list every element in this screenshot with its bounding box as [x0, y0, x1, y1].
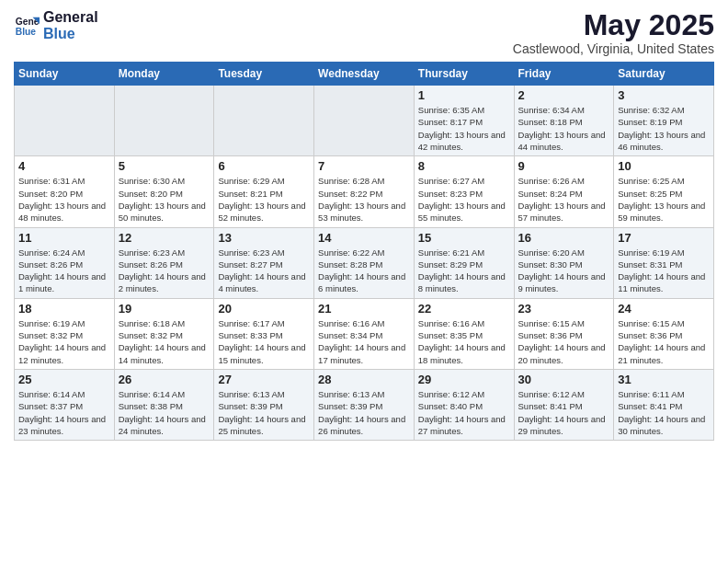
calendar-cell: 14Sunrise: 6:22 AM Sunset: 8:28 PM Dayli…: [314, 227, 415, 298]
day-info: Sunrise: 6:29 AM Sunset: 8:21 PM Dayligh…: [218, 175, 310, 224]
calendar-cell: 21Sunrise: 6:16 AM Sunset: 8:34 PM Dayli…: [314, 298, 415, 369]
day-info: Sunrise: 6:14 AM Sunset: 8:37 PM Dayligh…: [18, 388, 110, 437]
calendar-cell: 31Sunrise: 6:11 AM Sunset: 8:41 PM Dayli…: [614, 369, 714, 440]
day-info: Sunrise: 6:21 AM Sunset: 8:29 PM Dayligh…: [418, 247, 510, 295]
calendar-cell: 3Sunrise: 6:32 AM Sunset: 8:19 PM Daylig…: [614, 86, 714, 156]
day-number: 24: [618, 302, 710, 316]
day-number: 14: [318, 231, 410, 245]
col-header-friday: Friday: [514, 63, 614, 86]
day-info: Sunrise: 6:16 AM Sunset: 8:35 PM Dayligh…: [418, 317, 510, 366]
day-number: 15: [418, 231, 510, 245]
day-number: 5: [119, 159, 210, 173]
day-number: 9: [518, 159, 610, 173]
day-number: 16: [518, 231, 610, 245]
col-header-sunday: Sunday: [15, 63, 115, 86]
logo-blue: Blue: [43, 26, 98, 42]
day-number: 23: [518, 302, 610, 316]
day-info: Sunrise: 6:15 AM Sunset: 8:36 PM Dayligh…: [618, 317, 710, 366]
main-title: May 2025: [513, 9, 714, 41]
calendar-cell: 29Sunrise: 6:12 AM Sunset: 8:40 PM Dayli…: [414, 369, 514, 440]
calendar-cell: 13Sunrise: 6:23 AM Sunset: 8:27 PM Dayli…: [214, 227, 314, 298]
day-info: Sunrise: 6:14 AM Sunset: 8:38 PM Dayligh…: [119, 388, 210, 437]
day-number: 26: [119, 373, 210, 386]
col-header-tuesday: Tuesday: [214, 63, 314, 86]
day-info: Sunrise: 6:25 AM Sunset: 8:25 PM Dayligh…: [618, 175, 710, 224]
logo-general: General: [43, 9, 98, 26]
calendar-cell: 4Sunrise: 6:31 AM Sunset: 8:20 PM Daylig…: [15, 156, 115, 227]
day-info: Sunrise: 6:20 AM Sunset: 8:30 PM Dayligh…: [518, 247, 610, 295]
col-header-monday: Monday: [114, 63, 214, 86]
day-number: 10: [618, 159, 710, 173]
logo: General Blue General Blue: [14, 9, 98, 41]
day-info: Sunrise: 6:22 AM Sunset: 8:28 PM Dayligh…: [318, 247, 410, 295]
day-info: Sunrise: 6:35 AM Sunset: 8:17 PM Dayligh…: [418, 104, 510, 153]
day-number: 20: [218, 302, 310, 316]
calendar-cell: 15Sunrise: 6:21 AM Sunset: 8:29 PM Dayli…: [414, 227, 514, 298]
day-number: 29: [418, 373, 510, 386]
day-number: 22: [418, 302, 510, 316]
calendar-cell: 10Sunrise: 6:25 AM Sunset: 8:25 PM Dayli…: [614, 156, 714, 227]
day-number: 18: [18, 302, 110, 316]
calendar-table: SundayMondayTuesdayWednesdayThursdayFrid…: [14, 62, 714, 441]
sub-title: Castlewood, Virginia, United States: [513, 41, 714, 56]
calendar-cell: 30Sunrise: 6:12 AM Sunset: 8:41 PM Dayli…: [514, 369, 614, 440]
day-info: Sunrise: 6:24 AM Sunset: 8:26 PM Dayligh…: [18, 247, 110, 295]
day-info: Sunrise: 6:19 AM Sunset: 8:32 PM Dayligh…: [18, 317, 110, 366]
day-number: 25: [18, 373, 110, 386]
day-info: Sunrise: 6:15 AM Sunset: 8:36 PM Dayligh…: [518, 317, 610, 366]
calendar-cell: [214, 86, 314, 156]
calendar-cell: [114, 86, 214, 156]
day-info: Sunrise: 6:16 AM Sunset: 8:34 PM Dayligh…: [318, 317, 410, 366]
calendar-cell: [314, 86, 415, 156]
day-number: 17: [618, 231, 710, 245]
day-number: 2: [518, 88, 610, 102]
title-block: May 2025 Castlewood, Virginia, United St…: [513, 9, 714, 56]
day-number: 21: [318, 302, 410, 316]
day-number: 3: [618, 88, 710, 102]
day-number: 8: [418, 159, 510, 173]
day-info: Sunrise: 6:30 AM Sunset: 8:20 PM Dayligh…: [119, 175, 210, 224]
day-info: Sunrise: 6:23 AM Sunset: 8:27 PM Dayligh…: [218, 247, 310, 295]
calendar-cell: 12Sunrise: 6:23 AM Sunset: 8:26 PM Dayli…: [114, 227, 214, 298]
day-number: 28: [318, 373, 410, 386]
calendar-cell: 27Sunrise: 6:13 AM Sunset: 8:39 PM Dayli…: [214, 369, 314, 440]
day-number: 1: [418, 88, 510, 102]
day-number: 30: [518, 373, 610, 386]
day-info: Sunrise: 6:12 AM Sunset: 8:40 PM Dayligh…: [418, 388, 510, 437]
day-info: Sunrise: 6:13 AM Sunset: 8:39 PM Dayligh…: [218, 388, 310, 437]
col-header-thursday: Thursday: [414, 63, 514, 86]
calendar-cell: [15, 86, 115, 156]
day-info: Sunrise: 6:12 AM Sunset: 8:41 PM Dayligh…: [518, 388, 610, 437]
day-info: Sunrise: 6:19 AM Sunset: 8:31 PM Dayligh…: [618, 247, 710, 295]
day-info: Sunrise: 6:23 AM Sunset: 8:26 PM Dayligh…: [119, 247, 210, 295]
day-number: 7: [318, 159, 410, 173]
day-info: Sunrise: 6:34 AM Sunset: 8:18 PM Dayligh…: [518, 104, 610, 153]
calendar-cell: 22Sunrise: 6:16 AM Sunset: 8:35 PM Dayli…: [414, 298, 514, 369]
calendar-cell: 20Sunrise: 6:17 AM Sunset: 8:33 PM Dayli…: [214, 298, 314, 369]
day-info: Sunrise: 6:18 AM Sunset: 8:32 PM Dayligh…: [119, 317, 210, 366]
day-number: 4: [18, 159, 110, 173]
day-info: Sunrise: 6:32 AM Sunset: 8:19 PM Dayligh…: [618, 104, 710, 153]
col-header-saturday: Saturday: [614, 63, 714, 86]
day-info: Sunrise: 6:28 AM Sunset: 8:22 PM Dayligh…: [318, 175, 410, 224]
page: General Blue General Blue May 2025 Castl…: [0, 0, 728, 563]
calendar-cell: 23Sunrise: 6:15 AM Sunset: 8:36 PM Dayli…: [514, 298, 614, 369]
calendar-cell: 9Sunrise: 6:26 AM Sunset: 8:24 PM Daylig…: [514, 156, 614, 227]
day-number: 13: [218, 231, 310, 245]
day-info: Sunrise: 6:11 AM Sunset: 8:41 PM Dayligh…: [618, 388, 710, 437]
calendar-cell: 25Sunrise: 6:14 AM Sunset: 8:37 PM Dayli…: [15, 369, 115, 440]
calendar-cell: 17Sunrise: 6:19 AM Sunset: 8:31 PM Dayli…: [614, 227, 714, 298]
day-info: Sunrise: 6:17 AM Sunset: 8:33 PM Dayligh…: [218, 317, 310, 366]
calendar-cell: 28Sunrise: 6:13 AM Sunset: 8:39 PM Dayli…: [314, 369, 415, 440]
day-number: 19: [119, 302, 210, 316]
calendar-cell: 1Sunrise: 6:35 AM Sunset: 8:17 PM Daylig…: [414, 86, 514, 156]
day-info: Sunrise: 6:26 AM Sunset: 8:24 PM Dayligh…: [518, 175, 610, 224]
day-info: Sunrise: 6:13 AM Sunset: 8:39 PM Dayligh…: [318, 388, 410, 437]
calendar-cell: 6Sunrise: 6:29 AM Sunset: 8:21 PM Daylig…: [214, 156, 314, 227]
calendar-cell: 5Sunrise: 6:30 AM Sunset: 8:20 PM Daylig…: [114, 156, 214, 227]
calendar-cell: 16Sunrise: 6:20 AM Sunset: 8:30 PM Dayli…: [514, 227, 614, 298]
calendar-cell: 11Sunrise: 6:24 AM Sunset: 8:26 PM Dayli…: [15, 227, 115, 298]
calendar-cell: 2Sunrise: 6:34 AM Sunset: 8:18 PM Daylig…: [514, 86, 614, 156]
day-info: Sunrise: 6:31 AM Sunset: 8:20 PM Dayligh…: [18, 175, 110, 224]
day-number: 12: [119, 231, 210, 245]
